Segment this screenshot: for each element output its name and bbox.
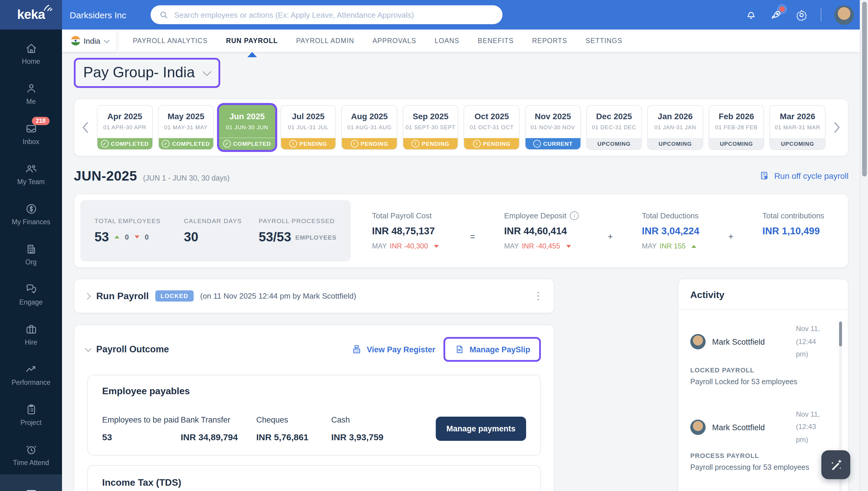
view-pay-register-link[interactable]: View Pay Register: [351, 344, 435, 355]
module-tabs: PAYROLL ANALYTICS RUN PAYROLL PAYROLL AD…: [133, 30, 622, 52]
topbar-divider: [821, 8, 821, 21]
bank-transfer-stat: Bank Transfer INR 34,89,794: [181, 415, 256, 442]
sidebar-item-project[interactable]: Project: [0, 394, 62, 434]
tab-run-payroll[interactable]: RUN PAYROLL: [226, 30, 278, 52]
payroll-monitor-icon: [25, 488, 37, 491]
status-badge: →CURRENT: [526, 138, 580, 149]
global-search: [150, 5, 503, 24]
payslip-icon: [454, 344, 465, 355]
month-card-jan-2026[interactable]: Jan 2026 01 JAN-31 JAN UPCOMING: [647, 105, 703, 150]
avatar[interactable]: [690, 420, 706, 435]
home-icon: [25, 41, 37, 55]
chevron-right-icon[interactable]: [84, 293, 91, 299]
month-card-dec-2025[interactable]: Dec 2025 01 DEC-31 DEC UPCOMING: [586, 105, 642, 150]
month-card-mar-2026[interactable]: Mar 2026 01 MAR-31 MAR UPCOMING: [770, 105, 825, 150]
payroll-months-carousel: Apr 2025 01 APR-30 APR ✓COMPLETED May 20…: [74, 98, 848, 156]
alert-circle-icon: !: [289, 140, 297, 148]
keka-spark-icon: [43, 3, 53, 11]
month-card-feb-2026[interactable]: Feb 2026 01 FEB-28 FEB UPCOMING: [708, 105, 764, 150]
pay-register-icon: [351, 344, 362, 355]
activity-item: Mark Scottfield Nov 11, (12:43 pm) PROCE…: [690, 408, 830, 471]
month-card-jun-2025-selected[interactable]: Jun 2025 01 JUN-30 JUN ✓COMPLETED: [219, 105, 275, 150]
sidebar-item-home[interactable]: Home: [0, 33, 62, 73]
month-card-apr-2025[interactable]: Apr 2025 01 APR-30 APR ✓COMPLETED: [97, 105, 152, 150]
page-content: Pay Group- India Apr 2025 01 APR-30 APR …: [62, 52, 868, 491]
month-card-oct-2025[interactable]: Oct 2025 01 OCT-31 OCT !PENDING: [464, 105, 520, 150]
whats-new-rocket-icon[interactable]: [770, 8, 782, 21]
settings-gear-icon[interactable]: [795, 8, 808, 21]
sidebar-item-hire[interactable]: Hire: [0, 314, 62, 354]
chat-bubbles-icon: [25, 282, 37, 295]
assistant-wand-button[interactable]: [821, 450, 850, 479]
sidebar-item-org[interactable]: Org: [0, 234, 62, 274]
notifications-bell-icon[interactable]: [745, 9, 757, 21]
tab-approvals[interactable]: APPROVALS: [372, 30, 416, 52]
search-input[interactable]: [150, 5, 503, 24]
payroll-summary-card: TOTAL EMPLOYEES 53 0 0 CALENDAR DAYS 30: [74, 194, 848, 268]
chevron-down-icon[interactable]: [85, 345, 92, 352]
sidebar-item-inbox[interactable]: 218 Inbox: [0, 113, 62, 153]
entity-selector-india[interactable]: India: [62, 30, 116, 52]
alert-circle-icon: !: [351, 140, 358, 148]
carousel-right-arrow[interactable]: [830, 121, 844, 134]
user-avatar[interactable]: [834, 5, 854, 25]
main-area: India PAYROLL ANALYTICS RUN PAYROLL PAYR…: [62, 30, 868, 491]
activity-item: Mark Scottfield Nov 11, (12:44 pm) LOCKE…: [690, 323, 830, 386]
cheques-stat: Cheques INR 5,76,861: [256, 415, 331, 442]
sidebar-item-me[interactable]: Me: [0, 73, 62, 113]
sidebar-item-performance[interactable]: Performance: [0, 354, 62, 394]
sidebar-item-my-team[interactable]: My Team: [0, 153, 62, 194]
up-caret-icon: [115, 235, 119, 238]
income-tax-card: Income Tax (TDS): [87, 465, 541, 491]
avatar[interactable]: [690, 334, 706, 350]
manage-payments-button[interactable]: Manage payments: [436, 417, 526, 441]
status-badge: ✓COMPLETED: [220, 138, 274, 149]
month-card-aug-2025[interactable]: Aug 2025 01 AUG-31 AUG !PENDING: [342, 105, 397, 150]
clipboard-icon: [25, 403, 37, 416]
payroll-processed-stat: PAYROLL PROCESSED 53/53 EMPLOYEES: [259, 217, 337, 244]
page-scrollbar-thumb[interactable]: [862, 2, 867, 176]
status-badge: !PENDING: [403, 138, 458, 149]
dollar-circle-icon: [25, 202, 37, 215]
india-flag-icon: [71, 36, 80, 46]
tab-benefits[interactable]: BENEFITS: [478, 30, 514, 52]
cash-stat: Cash INR 3,93,759: [331, 415, 384, 442]
status-badge: !PENDING: [465, 138, 519, 149]
check-circle-icon: ✓: [162, 140, 170, 148]
month-card-may-2025[interactable]: May 2025 01 MAY-31 MAY ✓COMPLETED: [158, 105, 214, 150]
month-card-nov-2025[interactable]: Nov 2025 01 NOV-30 NOV →CURRENT: [525, 105, 581, 150]
tab-reports[interactable]: REPORTS: [532, 30, 567, 52]
inbox-count-badge: 218: [32, 117, 50, 125]
employee-deposit: Employee Deposit i INR 44,60,414 MAY INR…: [504, 211, 579, 250]
run-payroll-section[interactable]: Run Payroll LOCKED (on 11 Nov 2025 12:44…: [74, 279, 555, 313]
month-card-jul-2025[interactable]: Jul 2025 01 JUL-31 JUL !PENDING: [280, 105, 336, 150]
tab-settings[interactable]: SETTINGS: [585, 30, 622, 52]
chevron-down-icon: [203, 67, 211, 76]
sidebar-item-payroll[interactable]: [0, 474, 62, 491]
app-window: keka Darksiders Inc: [0, 0, 868, 491]
employee-summary-panel: TOTAL EMPLOYEES 53 0 0 CALENDAR DAYS 30: [80, 200, 351, 261]
info-icon[interactable]: i: [570, 211, 579, 220]
check-circle-icon: ✓: [223, 140, 231, 148]
topbar-actions: [745, 0, 854, 30]
total-payroll-cost: Total Payroll Cost INR 48,75,137 MAY INR…: [372, 211, 441, 250]
tab-payroll-admin[interactable]: PAYROLL ADMIN: [296, 30, 354, 52]
month-card-sep-2025[interactable]: Sep 2025 01 SEPT-30 SEPT !PENDING: [403, 105, 458, 150]
activity-scrollbar-thumb[interactable]: [839, 322, 842, 346]
pay-group-selector[interactable]: Pay Group- India: [74, 58, 220, 88]
status-badge: UPCOMING: [770, 138, 825, 149]
sidebar-item-my-finances[interactable]: My Finances: [0, 194, 62, 234]
magic-wand-icon: [828, 457, 843, 472]
run-off-cycle-payroll-link[interactable]: Run off cycle payroll: [759, 171, 848, 181]
sidebar-item-engage[interactable]: Engage: [0, 274, 62, 314]
tab-payroll-analytics[interactable]: PAYROLL ANALYTICS: [133, 30, 207, 52]
carousel-left-arrow[interactable]: [78, 121, 92, 134]
down-caret-icon: [566, 244, 571, 248]
keka-logo[interactable]: keka: [0, 0, 62, 30]
manage-payslip-link[interactable]: Manage PaySlip: [444, 337, 541, 362]
sidebar-item-time-attend[interactable]: Time Attend: [0, 434, 62, 474]
period-header: JUN-2025 (JUN 1 - JUN 30, 30 days) Run o…: [74, 168, 848, 184]
tab-loans[interactable]: LOANS: [435, 30, 459, 52]
locked-badge: LOCKED: [155, 290, 194, 301]
overflow-menu-icon[interactable]: ⋮: [533, 291, 543, 301]
